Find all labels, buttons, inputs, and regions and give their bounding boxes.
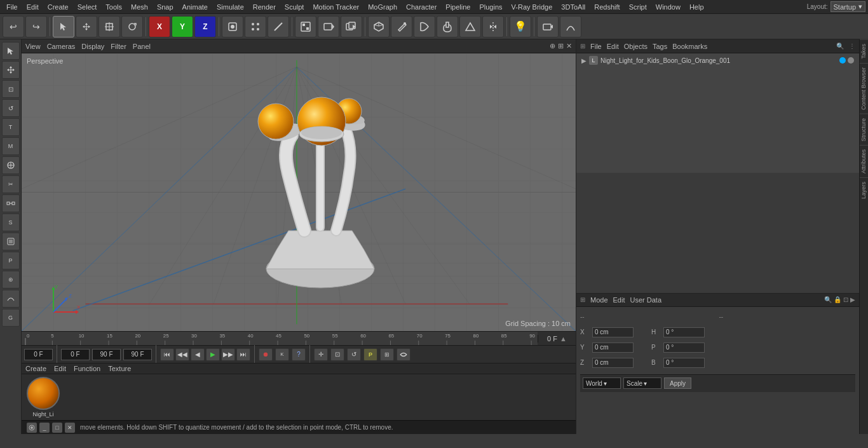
x-axis-button[interactable]: X (149, 16, 170, 37)
scale-dropdown[interactable]: Scale ▾ (623, 377, 661, 389)
vtab-takes[interactable]: Takes (860, 39, 868, 63)
close-status-icon[interactable]: ✕ (65, 423, 75, 433)
menu-render[interactable]: Render (249, 2, 280, 12)
end-frame-input-a[interactable] (92, 349, 121, 360)
render-all-button[interactable] (341, 16, 362, 37)
rotate-tool-button[interactable] (121, 16, 143, 37)
attr-mgr-mode[interactable]: Mode (590, 296, 608, 304)
minimize-status-icon[interactable]: _ (39, 423, 50, 433)
select-tool-button[interactable] (53, 16, 74, 37)
h-field[interactable]: 0 ° (663, 327, 705, 337)
rotate-transport-btn[interactable]: ↺ (347, 348, 361, 361)
play-button[interactable]: ▶ (206, 348, 220, 361)
mirror-button[interactable] (482, 16, 504, 37)
menu-vray[interactable]: V-Ray Bridge (508, 2, 557, 12)
light-button[interactable]: 💡 (510, 16, 531, 37)
y-pos-field[interactable]: 0 cm (592, 343, 634, 353)
viewport-layout-icon[interactable]: ⊞ (558, 42, 564, 50)
record-button[interactable]: ⏺ (259, 348, 273, 361)
prev-frame-button[interactable]: ◀◀ (175, 348, 189, 361)
menu-window[interactable]: Window (652, 2, 684, 12)
menu-file[interactable]: File (3, 2, 22, 12)
obj-mgr-file[interactable]: File (590, 43, 602, 50)
layout-dropdown[interactable]: Startup ▾ (831, 1, 865, 12)
camera-view-button[interactable] (537, 16, 559, 37)
material-menu-create[interactable]: Create (25, 365, 46, 372)
sidebar-bridge-btn[interactable] (2, 194, 20, 212)
motion-btn[interactable] (397, 348, 410, 361)
sidebar-move-btn[interactable] (2, 61, 20, 79)
sidebar-scale-btn[interactable]: ⊡ (2, 80, 20, 98)
current-frame-input[interactable] (24, 349, 53, 360)
world-dropdown[interactable]: World ▾ (583, 377, 621, 389)
material-menu-function[interactable]: Function (74, 365, 100, 372)
viewport-menu-filter[interactable]: Filter (111, 43, 126, 50)
menu-snap[interactable]: Snap (153, 2, 177, 12)
obj-mgr-panel-icon[interactable]: ⊞ (580, 43, 585, 50)
viewport[interactable]: Perspective Grid Spacing : 10 cm X Y (22, 53, 576, 331)
pen-tool-button[interactable] (391, 16, 412, 37)
obj-mgr-edit[interactable]: Edit (607, 43, 619, 50)
material-item[interactable]: Night_Li (27, 377, 60, 417)
menu-edit[interactable]: Edit (23, 2, 43, 12)
apply-button[interactable]: Apply (664, 377, 691, 389)
sidebar-paint-btn[interactable]: P (2, 252, 20, 269)
render-status-icon[interactable] (27, 423, 37, 433)
material-menu-texture[interactable]: Texture (108, 365, 131, 372)
attr-mgr-edit[interactable]: Edit (613, 296, 625, 304)
menu-mograph[interactable]: MoGraph (364, 2, 401, 12)
step-fwd-button[interactable]: ▶▶ (221, 348, 235, 361)
viewport-expand-icon[interactable]: ⊕ (550, 42, 555, 50)
menu-character[interactable]: Character (402, 2, 440, 12)
menu-script[interactable]: Script (625, 2, 651, 12)
render-movie-button[interactable] (318, 16, 339, 37)
menu-3dtoall[interactable]: 3DToAll (557, 2, 589, 12)
vtab-layers[interactable]: Layers (860, 177, 868, 203)
sidebar-smooth-btn[interactable] (2, 290, 20, 308)
menu-animate[interactable]: Animate (179, 2, 212, 12)
viewport-menu-panel[interactable]: Panel (133, 43, 151, 50)
attr-arrow-icon[interactable]: ▶ (850, 296, 855, 303)
sidebar-mirror-btn[interactable]: M (2, 137, 20, 155)
object-item-night-light[interactable]: ▶ L Night_Light_for_Kids_Boon_Glo_Orange… (576, 53, 859, 67)
help-button[interactable]: ? (292, 348, 306, 361)
y-axis-button[interactable]: Y (172, 16, 193, 37)
terrain-button[interactable] (459, 16, 481, 37)
obj-mgr-bookmarks[interactable]: Bookmarks (672, 43, 707, 50)
end-frame-input-b[interactable] (123, 349, 152, 360)
sidebar-transform-btn[interactable]: T (2, 118, 20, 136)
vtab-attributes[interactable]: Attributes (860, 145, 868, 177)
point-mode-button[interactable] (245, 16, 266, 37)
timeline-expand-icon[interactable]: ▲ (560, 335, 567, 343)
menu-sculpt[interactable]: Sculpt (281, 2, 308, 12)
attr-snap-icon[interactable]: ⊡ (843, 296, 848, 303)
attr-mgr-panel-icon[interactable]: ⊞ (580, 296, 585, 303)
attr-search-icon[interactable]: 🔍 (824, 296, 832, 303)
cube-button[interactable] (368, 16, 390, 37)
material-menu-edit[interactable]: Edit (54, 365, 66, 372)
vtab-structure[interactable]: Structure (860, 114, 868, 146)
frame-transport-btn[interactable]: ⊡ (330, 348, 344, 361)
start-frame-input[interactable] (61, 349, 90, 360)
obj-mgr-tags[interactable]: Tags (653, 43, 667, 50)
menu-motion-tracker[interactable]: Motion Tracker (309, 2, 363, 12)
grid-transport-btn[interactable]: ⊞ (380, 348, 394, 361)
menu-tools[interactable]: Tools (102, 2, 126, 12)
step-back-button[interactable]: ◀ (191, 348, 205, 361)
b-field[interactable]: 0 ° (663, 358, 705, 368)
first-frame-button[interactable]: ⏮ (160, 348, 174, 361)
menu-simulate[interactable]: Simulate (213, 2, 248, 12)
paint-button[interactable] (414, 16, 435, 37)
obj-mgr-more-icon[interactable]: ⋮ (849, 43, 855, 50)
menu-plugins[interactable]: Plugins (475, 2, 506, 12)
move-transport-btn[interactable]: ✛ (314, 348, 328, 361)
x-pos-field[interactable]: 0 cm (592, 327, 634, 337)
z-axis-button[interactable]: Z (194, 16, 216, 37)
vtab-content-browser[interactable]: Content Browser (860, 63, 868, 114)
scale-tool-button[interactable] (98, 16, 120, 37)
sidebar-select-btn[interactable] (2, 42, 20, 60)
viewport-menu-view[interactable]: View (25, 43, 41, 50)
z-pos-field[interactable]: 0 cm (592, 358, 634, 368)
obj-mgr-objects[interactable]: Objects (624, 43, 648, 50)
visibility-dot-2[interactable] (848, 57, 854, 64)
